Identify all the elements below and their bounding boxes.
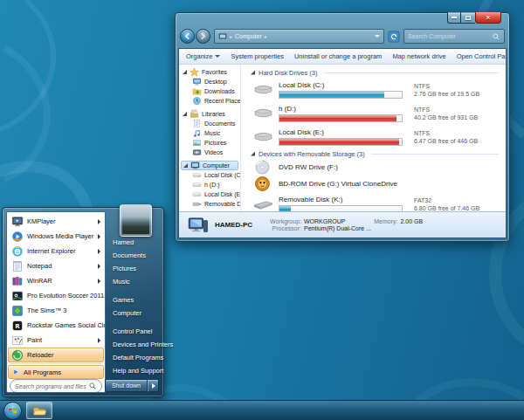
expander-icon — [183, 163, 188, 168]
sidebar-item-removable-disk-k[interactable]: Removable Disk (K:) — [181, 199, 240, 209]
start-item-internet-explorer[interactable]: Internet Explorer — [8, 244, 104, 258]
start-menu: KMPlayerWindows Media PlayerInternet Exp… — [2, 207, 164, 397]
toolbar-map-network-drive[interactable]: Map network drive — [392, 52, 445, 60]
drive-local-disk-e[interactable]: Local Disk (E:)NTFS6.47 GB free of 446 G… — [251, 125, 500, 148]
desktop: × ▸ Computer ▸ Search Computer — [0, 0, 524, 420]
start-item-paint[interactable]: Paint — [8, 333, 104, 348]
winrar-icon — [11, 275, 24, 287]
maximize-button[interactable] — [461, 12, 475, 24]
computer-icon — [190, 161, 200, 170]
pes-icon — [11, 290, 24, 302]
start-search-input[interactable]: Search programs and files — [10, 379, 102, 393]
forward-button[interactable] — [196, 29, 210, 44]
start-menu-programs-pane: KMPlayerWindows Media PlayerInternet Exp… — [6, 211, 106, 393]
group-header-hard-disk-drives-3[interactable]: Hard Disk Drives (3) — [251, 67, 500, 78]
clone-icon — [252, 176, 274, 192]
sidebar-item-videos[interactable]: Videos — [181, 148, 240, 157]
desktop-icon — [192, 77, 202, 86]
start-right-games[interactable]: Games — [109, 293, 160, 306]
start-right-music[interactable]: Music — [109, 275, 160, 288]
search-icon — [492, 32, 500, 41]
start-item-notepad[interactable]: Notepad — [8, 258, 104, 273]
submenu-arrow-icon — [98, 249, 100, 254]
shutdown-options-button[interactable] — [148, 379, 159, 392]
back-button[interactable] — [180, 29, 195, 44]
sidebar-item-music[interactable]: Music — [181, 128, 240, 138]
sidebar-item-h-d[interactable]: h (D:) — [181, 180, 240, 189]
usb-sm-icon — [192, 199, 202, 209]
sidebar-item-documents[interactable]: Documents — [181, 119, 240, 128]
all-programs-arrow-icon — [11, 368, 20, 376]
sidebar-item-pictures[interactable]: Pictures — [181, 138, 240, 148]
chevron-down-icon — [215, 55, 220, 58]
sidebar-item-local-disk-c[interactable]: Local Disk (C:) — [181, 170, 240, 180]
hdd-sm-icon — [192, 189, 202, 199]
start-item-rockstar-games-social-club[interactable]: RRockstar Games Social Club — [8, 318, 104, 333]
sidebar-item-computer[interactable]: Computer — [181, 161, 238, 170]
start-right-computer[interactable]: Computer — [109, 306, 160, 320]
capacity-bar — [279, 114, 403, 122]
shutdown-arrow-icon — [152, 383, 155, 389]
taskbar-explorer-button[interactable] — [26, 402, 52, 419]
collapse-icon — [251, 71, 255, 75]
start-right-pictures[interactable]: Pictures — [109, 262, 160, 275]
sidebar-item-libraries[interactable]: Libraries — [181, 109, 240, 119]
refresh-button[interactable] — [388, 31, 400, 43]
navigation-pane: FavoritesDesktopDownloadsRecent PlacesLi… — [179, 65, 241, 211]
sidebar-item-favorites[interactable]: Favorites — [181, 67, 240, 77]
start-item-the-sims-3[interactable]: The Sims™ 3 — [8, 303, 104, 318]
back-arrow-icon — [183, 31, 192, 41]
drive-dvd-rw-drive-f[interactable]: DVD RW Drive (F:) — [251, 159, 500, 176]
search-input[interactable]: Search Computer — [403, 29, 505, 44]
submenu-arrow-icon — [98, 219, 100, 224]
breadcrumb-separator: ▸ — [265, 33, 267, 39]
sidebar-item-desktop[interactable]: Desktop — [181, 77, 240, 86]
sims-icon — [11, 305, 24, 317]
start-item-reloader[interactable]: Reloader — [8, 348, 104, 362]
drive-bd-rom-drive-g-virtual-clonedrive[interactable]: BD-ROM Drive (G:) Virtual CloneDrive — [251, 176, 500, 192]
all-programs-item[interactable]: All Programs — [8, 365, 104, 379]
start-item-pro-evolution-soccer-2011[interactable]: Pro Evolution Soccer 2011 — [8, 288, 104, 303]
svg-text:R: R — [15, 322, 20, 329]
address-dropdown-icon[interactable] — [375, 35, 380, 38]
breadcrumb[interactable]: ▸ Computer ▸ — [214, 29, 384, 44]
search-icon — [88, 382, 97, 390]
breadcrumb-item[interactable]: Computer — [235, 33, 262, 39]
start-right-documents[interactable]: Documents — [109, 249, 160, 262]
computer-icon — [186, 217, 209, 234]
start-menu-places-pane: HamedDocumentsPicturesMusicGamesComputer… — [109, 211, 160, 393]
group-header-devices-with-removable-storage-3[interactable]: Devices with Removable Storage (3) — [251, 148, 500, 159]
menu-separator — [10, 363, 101, 364]
drive-removable-disk-k[interactable]: Removable Disk (K:)FAT326.80 GB free of … — [251, 192, 500, 211]
window-titlebar[interactable]: × — [176, 13, 509, 27]
sidebar-item-recent-places[interactable]: Recent Places — [181, 96, 240, 106]
search-placeholder: Search Computer — [408, 33, 456, 39]
windows-flag-icon — [7, 405, 18, 417]
organize-menu[interactable]: Organize — [186, 52, 220, 60]
capacity-bar — [279, 138, 403, 146]
expander-icon — [183, 112, 187, 116]
videos-icon — [192, 148, 202, 157]
drive-local-disk-c[interactable]: Local Disk (C:)NTFS2.76 GB free of 19.5 … — [251, 78, 500, 101]
start-right-devices-and-printers[interactable]: Devices and Printers — [109, 338, 160, 351]
shutdown-button[interactable]: Shut down — [105, 379, 148, 392]
start-right-control-panel[interactable]: Control Panel — [109, 325, 160, 338]
kmplayer-icon — [11, 216, 24, 228]
start-item-windows-media-player[interactable]: Windows Media Player — [8, 229, 104, 244]
sidebar-item-downloads[interactable]: Downloads — [181, 86, 240, 96]
sidebar-item-local-disk-e[interactable]: Local Disk (E:) — [181, 189, 240, 199]
start-right-help-and-support[interactable]: Help and Support — [109, 364, 160, 377]
toolbar-open-control-panel[interactable]: Open Control Panel — [457, 52, 507, 60]
maximize-icon — [465, 16, 471, 20]
close-button[interactable]: × — [475, 12, 501, 24]
address-row: ▸ Computer ▸ Search Computer — [180, 27, 505, 45]
toolbar-system-properties[interactable]: System properties — [231, 52, 283, 60]
toolbar-uninstall-or-change-a-program[interactable]: Uninstall or change a program — [294, 52, 382, 60]
start-right-default-programs[interactable]: Default Programs — [109, 351, 160, 364]
start-button[interactable] — [3, 402, 22, 420]
drive-h-d[interactable]: h (D:)NTFS40.2 GB free of 931 GB — [251, 101, 500, 125]
start-item-winrar[interactable]: WinRAR — [8, 273, 104, 288]
start-right-hamed[interactable]: Hamed — [109, 236, 160, 249]
minimize-button[interactable] — [447, 12, 461, 24]
start-item-kmplayer[interactable]: KMPlayer — [8, 214, 104, 229]
